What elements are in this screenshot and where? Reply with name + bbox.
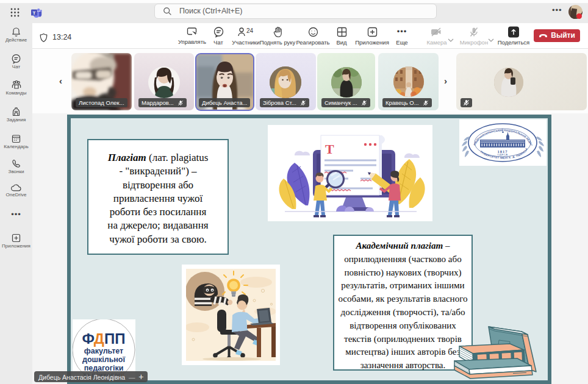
svg-text:факультет: факультет — [84, 347, 124, 355]
svg-text:T: T — [33, 10, 36, 16]
svg-text:T: T — [325, 141, 334, 157]
svg-text:дошкільної: дошкільної — [82, 355, 126, 364]
svg-text:24: 24 — [246, 27, 254, 34]
svg-text:ФДПП: ФДПП — [82, 330, 126, 347]
svg-text:ОДЕСА: ОДЕСА — [497, 153, 508, 156]
